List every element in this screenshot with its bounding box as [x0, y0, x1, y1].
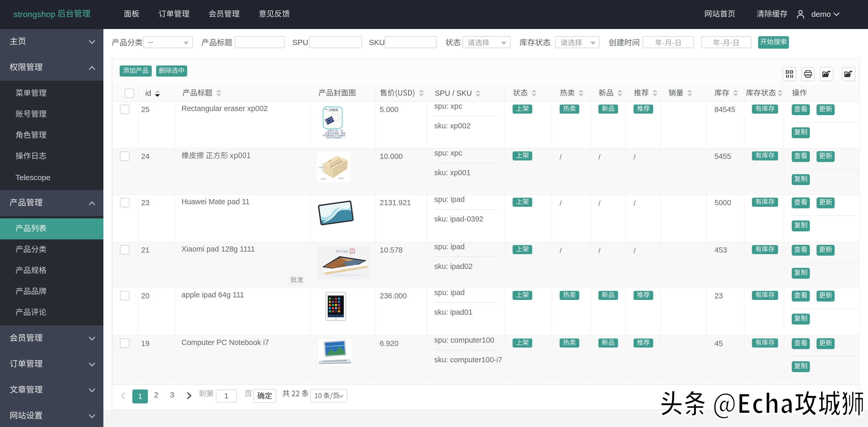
- svg-text:2: 2: [351, 249, 353, 253]
- svg-text:Mi Pad: Mi Pad: [336, 249, 348, 253]
